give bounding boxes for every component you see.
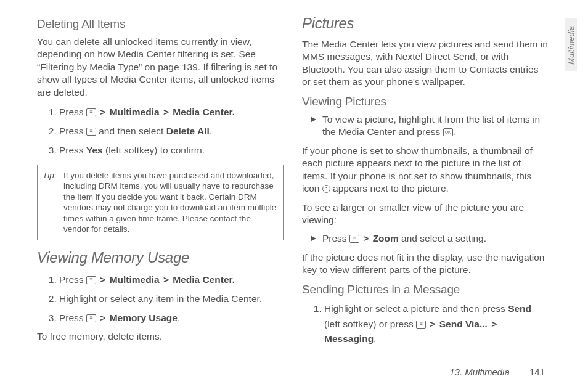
chevron-icon: > — [99, 274, 107, 285]
step-3: Press > Memory Usage. — [59, 311, 284, 326]
right-column: Pictures The Media Center lets you view … — [302, 15, 549, 352]
bullet-zoom: ▶ Press > Zoom and select a setting. — [311, 232, 549, 245]
text: To view a picture, highlight it from the… — [322, 113, 549, 139]
chevron-icon: > — [428, 319, 436, 329]
text: Press — [59, 274, 86, 285]
text: (left softkey) to confirm. — [103, 145, 205, 155]
page-body: Deleting All Items You can delete all un… — [37, 15, 550, 352]
tip-body: If you delete items you have purchased a… — [63, 171, 276, 234]
para-thumbnail: If your phone is set to show thumbnails,… — [302, 145, 549, 195]
text: (left softkey) or press — [324, 319, 416, 329]
chevron-icon: > — [490, 319, 498, 329]
softkey-send: Send — [508, 303, 531, 314]
nav-media-center: Media Center. — [173, 274, 235, 285]
heading-viewing-memory-usage: Viewing Memory Usage — [37, 249, 284, 266]
tip-label: Tip: — [43, 170, 56, 181]
step-2: Press and then select Delete All. — [59, 124, 284, 139]
heading-pictures: Pictures — [302, 15, 549, 32]
chevron-icon: > — [162, 274, 170, 285]
arrow-icon: ▶ — [311, 113, 316, 139]
text: Press — [322, 233, 349, 243]
text: Press — [59, 145, 86, 155]
steps-memory: Press > Multimedia > Media Center. Highl… — [37, 272, 284, 325]
menu-icon — [86, 314, 96, 322]
menu-icon — [86, 276, 96, 284]
chevron-icon: > — [362, 233, 370, 243]
text: To view a picture, highlight it from the… — [322, 114, 540, 137]
step-3: Press Yes (left softkey) to confirm. — [59, 143, 284, 158]
text: and select a setting. — [399, 233, 486, 243]
para-delete-desc: You can delete all unlocked items curren… — [37, 36, 284, 99]
heading-viewing-pictures: Viewing Pictures — [302, 95, 549, 108]
text: and then select — [96, 126, 166, 136]
chevron-icon: > — [162, 107, 170, 117]
bullet-view-picture: ▶ To view a picture, highlight it from t… — [311, 113, 549, 139]
step-1: Press > Multimedia > Media Center. — [59, 105, 284, 120]
menu-icon — [86, 128, 96, 136]
option-send-via: Send Via... — [439, 319, 488, 329]
page-footer: 13. Multimedia 141 — [449, 367, 545, 377]
footer-chapter: 13. Multimedia — [449, 367, 510, 377]
para-nav-key: If the picture does not fit in the displ… — [302, 251, 549, 277]
steps-send: Highlight or select a picture and then p… — [302, 301, 549, 347]
text: Press > Zoom and select a setting. — [322, 232, 486, 245]
text: . — [178, 312, 180, 323]
text: Press — [59, 126, 86, 136]
text: . — [453, 126, 455, 137]
step-2: Highlight or select any item in the Medi… — [59, 292, 284, 307]
menu-icon — [349, 235, 359, 243]
chevron-icon: > — [99, 312, 107, 323]
option-zoom: Zoom — [373, 233, 399, 243]
left-column: Deleting All Items You can delete all un… — [37, 15, 284, 352]
text: appears next to the picture. — [330, 183, 449, 194]
picture-icon — [322, 185, 330, 193]
footer-page-number: 141 — [529, 367, 545, 377]
section-tab-label: Multimedia — [566, 26, 576, 65]
para-pictures-intro: The Media Center lets you view pictures … — [302, 38, 549, 89]
text: Press — [59, 312, 86, 323]
nav-multimedia: Multimedia — [110, 274, 160, 285]
text: . — [374, 333, 376, 344]
text: Highlight or select a picture and then p… — [324, 303, 508, 314]
softkey-yes: Yes — [86, 145, 103, 155]
steps-delete: Press > Multimedia > Media Center. Press… — [37, 105, 284, 158]
ok-icon — [443, 128, 453, 136]
arrow-icon: ▶ — [311, 232, 316, 245]
step-1: Press > Multimedia > Media Center. — [59, 272, 284, 288]
option-memory-usage: Memory Usage — [110, 312, 178, 323]
nav-multimedia: Multimedia — [110, 107, 160, 117]
menu-icon — [416, 321, 426, 329]
section-tab: Multimedia — [565, 18, 577, 71]
nav-media-center: Media Center. — [173, 107, 235, 117]
heading-sending-pictures: Sending Pictures in a Message — [302, 283, 549, 296]
heading-deleting-all-items: Deleting All Items — [37, 17, 284, 31]
menu-icon — [86, 108, 96, 116]
para-zoom-intro: To see a larger or smaller view of the p… — [302, 202, 549, 227]
option-delete-all: Delete All — [166, 126, 210, 136]
tip-box: Tip: If you delete items you have purcha… — [37, 165, 284, 240]
para-free-memory: To free memory, delete items. — [37, 330, 284, 343]
text: . — [210, 126, 212, 136]
option-messaging: Messaging — [324, 333, 374, 344]
chevron-icon: > — [99, 107, 107, 117]
text: Press — [59, 107, 86, 117]
step-1: Highlight or select a picture and then p… — [324, 301, 549, 347]
